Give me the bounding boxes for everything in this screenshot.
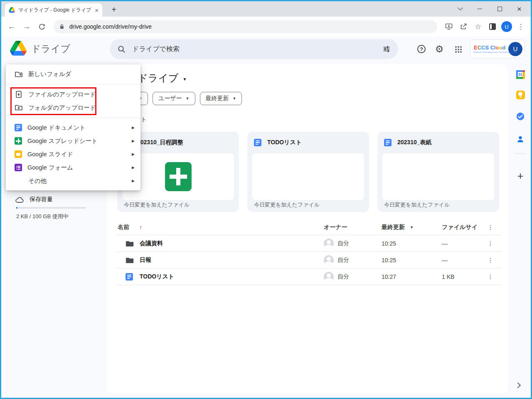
card-caption: 今日変更を加えたファイル bbox=[124, 201, 190, 209]
address-bar[interactable] bbox=[54, 20, 437, 33]
browser-menu-icon[interactable]: ⋮ bbox=[515, 21, 527, 32]
eccs-logo: ECCS Cloud Mail Information Technology C… bbox=[474, 45, 506, 53]
tab-search-chevron-icon[interactable] bbox=[458, 5, 463, 10]
main-content-panel: マイドライブ ▼ 種類 ▼ ユーザー ▼ 最終更新 ▼ 候補リスト 202310 bbox=[107, 64, 508, 394]
window-close-button[interactable]: × bbox=[517, 5, 522, 13]
card-thumbnail bbox=[252, 153, 364, 200]
chevron-down-icon: ▼ bbox=[186, 96, 190, 101]
search-options-icon[interactable] bbox=[382, 45, 391, 53]
drive-account-avatar[interactable]: U bbox=[508, 42, 522, 56]
drive-search-bar[interactable] bbox=[110, 39, 398, 59]
menu-item-label: ファイルのアップロード bbox=[28, 91, 96, 99]
file-row[interactable]: 会議資料 自分 10:25 — ⋮ bbox=[117, 235, 501, 252]
sort-ascending-icon[interactable]: ↑ bbox=[139, 224, 142, 231]
menu-item-label: フォルダのアップロード bbox=[28, 104, 96, 112]
filter-chip-people[interactable]: ユーザー ▼ bbox=[153, 92, 195, 105]
row-menu-icon[interactable]: ⋮ bbox=[486, 268, 495, 285]
filter-chip-modified[interactable]: 最終更新 ▼ bbox=[200, 92, 242, 105]
search-icon bbox=[117, 45, 126, 53]
column-header-modified[interactable]: 最終更新 ▼ bbox=[382, 220, 414, 235]
owner-avatar bbox=[324, 235, 334, 251]
share-icon[interactable] bbox=[458, 21, 469, 32]
modified-time: 10:25 bbox=[382, 235, 396, 251]
menu-item-label: 新しいフォルダ bbox=[28, 70, 71, 78]
browser-profile-avatar[interactable]: U bbox=[501, 21, 512, 32]
header-label: 名前 bbox=[118, 224, 129, 231]
owner-name: 自分 bbox=[337, 252, 349, 268]
file-name: 会議資料 bbox=[140, 235, 163, 251]
keep-icon[interactable] bbox=[515, 90, 525, 100]
menu-item-file-upload[interactable]: ファイルのアップロード bbox=[6, 88, 140, 101]
window-minimize-button[interactable] bbox=[477, 9, 482, 10]
lock-icon bbox=[59, 24, 64, 30]
drive-search-input[interactable] bbox=[131, 45, 377, 53]
file-row[interactable]: TODOリスト 自分 10:27 1 KB ⋮ bbox=[117, 268, 501, 285]
slides-icon bbox=[15, 150, 22, 158]
chip-label: 最終更新 bbox=[206, 95, 229, 102]
column-header-owner[interactable]: オーナー bbox=[324, 220, 347, 235]
chip-label: ユーザー bbox=[158, 95, 182, 102]
menu-item-new-folder[interactable]: 新しいフォルダ bbox=[6, 64, 140, 84]
file-row[interactable]: 日報 自分 10:25 — ⋮ bbox=[117, 252, 501, 268]
tab-close-icon[interactable]: × bbox=[95, 7, 99, 13]
docs-file-icon bbox=[126, 268, 133, 285]
menu-item-google-slides[interactable]: Google スライド ▶ bbox=[6, 148, 140, 161]
menu-item-folder-upload[interactable]: フォルダのアップロード bbox=[6, 101, 140, 114]
storage-usage-text: 2 KB / 100 GB 使用中 bbox=[16, 213, 69, 220]
new-tab-button[interactable]: + bbox=[108, 4, 120, 15]
menu-item-label: Google スライド bbox=[27, 150, 73, 158]
menu-item-google-docs[interactable]: Google ドキュメント ▶ bbox=[6, 121, 140, 134]
file-upload-icon bbox=[15, 90, 23, 99]
file-size: — bbox=[442, 235, 448, 251]
side-panel-icon[interactable] bbox=[487, 21, 498, 32]
apps-grid-icon[interactable] bbox=[453, 44, 463, 54]
account-pill[interactable]: ECCS Cloud Mail Information Technology C… bbox=[470, 39, 525, 58]
row-menu-icon[interactable]: ⋮ bbox=[486, 252, 495, 268]
storage-progress-fill bbox=[16, 207, 17, 209]
get-addons-plus-icon[interactable]: + bbox=[515, 171, 525, 181]
title-dropdown-caret-icon[interactable]: ▼ bbox=[182, 77, 187, 81]
window-maximize-button[interactable] bbox=[498, 7, 502, 11]
card-caption: 今日変更を加えたファイル bbox=[254, 201, 320, 209]
hide-side-panel-chevron-icon[interactable] bbox=[515, 382, 521, 388]
help-icon[interactable]: ? bbox=[416, 44, 427, 54]
forms-icon bbox=[15, 164, 22, 171]
menu-item-google-sheets[interactable]: Google スプレッドシート ▶ bbox=[6, 134, 140, 148]
drive-logo[interactable] bbox=[10, 41, 27, 57]
suggested-card[interactable]: 202310_表紙 今日変更を加えたファイル bbox=[377, 132, 499, 212]
menu-item-google-forms[interactable]: Google フォーム ▶ bbox=[6, 161, 140, 174]
submenu-arrow-icon: ▶ bbox=[132, 179, 135, 183]
owner-name: 自分 bbox=[337, 235, 349, 251]
back-icon[interactable]: ← bbox=[5, 20, 18, 33]
folder-icon bbox=[126, 252, 134, 268]
eccs-logo-text: ECCS Cloud Mail bbox=[474, 45, 506, 50]
contacts-icon[interactable] bbox=[515, 134, 525, 144]
window-controls: × bbox=[451, 1, 529, 17]
new-menu: 新しいフォルダ ファイルのアップロード フォルダのアップロード Google ド… bbox=[6, 64, 140, 190]
tasks-icon[interactable] bbox=[515, 111, 525, 121]
menu-item-more[interactable]: その他 ▶ bbox=[6, 174, 140, 187]
bookmark-star-icon[interactable]: ☆ bbox=[472, 21, 484, 32]
folder-icon bbox=[126, 235, 134, 251]
cloud-icon bbox=[15, 196, 24, 203]
storage-progress-bar bbox=[16, 207, 86, 209]
sidebar-item-storage[interactable]: 保存容量 bbox=[15, 196, 53, 203]
row-menu-icon[interactable]: ⋮ bbox=[486, 235, 495, 251]
install-icon[interactable] bbox=[443, 21, 455, 32]
menu-item-label: その他 bbox=[28, 177, 47, 185]
browser-tab[interactable]: マイドライブ - Google ドライブ × bbox=[5, 3, 102, 17]
file-size: 1 KB bbox=[442, 268, 454, 285]
forward-icon[interactable]: → bbox=[20, 20, 33, 33]
url-input[interactable] bbox=[69, 23, 431, 30]
reload-icon[interactable] bbox=[35, 20, 48, 33]
suggested-card[interactable]: TODOリスト 今日変更を加えたファイル bbox=[247, 132, 369, 212]
owner-avatar bbox=[324, 252, 334, 268]
card-file-name: 202310_日程調整 bbox=[137, 139, 183, 146]
calendar-icon[interactable]: 31 bbox=[515, 69, 525, 79]
settings-gear-icon[interactable]: ⚙ bbox=[434, 44, 445, 54]
card-file-name: TODOリスト bbox=[267, 139, 302, 146]
drive-header: ドライブ ? ⚙ ECCS Cloud Mail Information Tec… bbox=[1, 37, 531, 62]
column-header-size[interactable]: ファイルサイ bbox=[442, 220, 478, 235]
column-header-name[interactable]: 名前 ↑ bbox=[118, 220, 142, 235]
list-settings-icon[interactable]: ⋮ bbox=[486, 220, 495, 235]
